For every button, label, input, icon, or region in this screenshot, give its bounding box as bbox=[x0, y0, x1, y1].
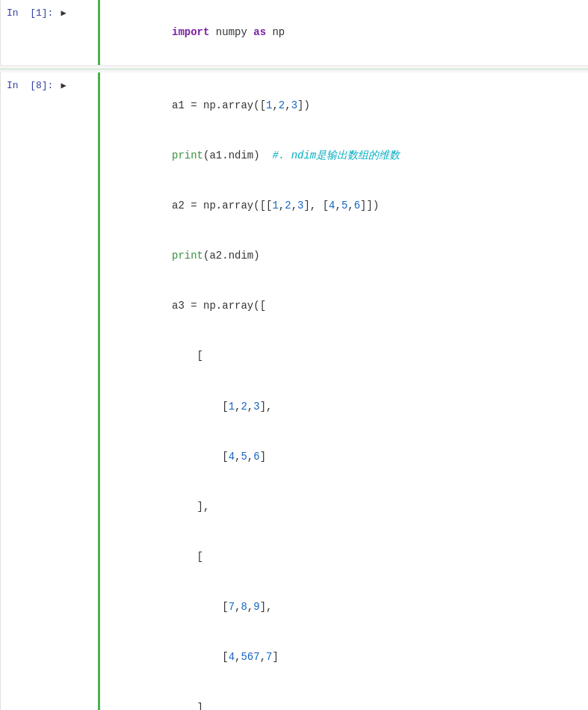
run-button-2[interactable]: ▶ bbox=[61, 80, 66, 91]
cell-prompt-1: In [1]: ▶ bbox=[1, 0, 98, 26]
cell-2: In [8]: ▶ a1 = np.array([1,2,3]) print(a… bbox=[0, 72, 588, 710]
code-line-2-9: ], bbox=[109, 482, 579, 532]
code-line-2-5: a3 = np.array([ bbox=[109, 281, 579, 331]
code-line-2-11: [7,8,9], bbox=[109, 582, 579, 632]
notebook: In [1]: ▶ import numpy as np In [8]: ▶ a… bbox=[0, 0, 588, 710]
code-line-2-12: [4,567,7] bbox=[109, 632, 579, 682]
code-line-2-2: print(a1.ndim) #. ndim是输出数组的维数 bbox=[109, 130, 579, 180]
run-button-1[interactable]: ▶ bbox=[61, 7, 66, 19]
code-area-2[interactable]: a1 = np.array([1,2,3]) print(a1.ndim) #.… bbox=[98, 72, 588, 710]
code-line-2-13: ] bbox=[109, 682, 579, 710]
code-line-2-1: a1 = np.array([1,2,3]) bbox=[109, 80, 579, 130]
code-line-2-4: print(a2.ndim) bbox=[109, 231, 579, 281]
keyword-import: import bbox=[172, 26, 209, 38]
code-area-1[interactable]: import numpy as np bbox=[98, 0, 588, 65]
cell-1: In [1]: ▶ import numpy as np bbox=[0, 0, 588, 66]
code-line-2-8: [4,5,6] bbox=[109, 431, 579, 481]
input-cell-1: In [1]: ▶ import numpy as np bbox=[0, 0, 588, 65]
cell-divider-1 bbox=[0, 69, 588, 70]
plain-np: np bbox=[266, 26, 285, 38]
cell-prompt-2: In [8]: ▶ bbox=[1, 72, 98, 99]
plain-space: numpy bbox=[209, 26, 253, 38]
keyword-as: as bbox=[253, 26, 266, 38]
code-line-2-10: [ bbox=[109, 532, 579, 582]
prompt-in-2: In [8]: bbox=[7, 80, 53, 91]
code-line-2-7: [1,2,3], bbox=[109, 381, 579, 431]
code-line-2-3: a2 = np.array([[1,2,3], [4,5,6]]) bbox=[109, 181, 579, 231]
input-cell-2: In [8]: ▶ a1 = np.array([1,2,3]) print(a… bbox=[0, 72, 588, 710]
code-line-1-1: import numpy as np bbox=[109, 7, 579, 58]
code-line-2-6: [ bbox=[109, 331, 579, 381]
prompt-in-1: In [1]: bbox=[7, 7, 53, 19]
